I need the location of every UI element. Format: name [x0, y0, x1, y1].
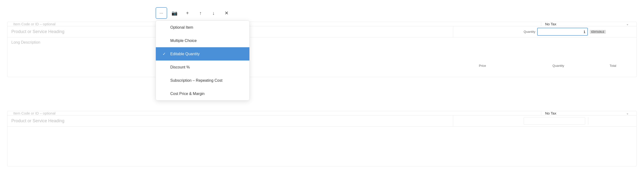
- qty-column-header: Quantity: [500, 64, 568, 68]
- move-up-button[interactable]: ↑: [195, 7, 206, 19]
- menu-item-editable-quantity[interactable]: ✓ Editable Quantity: [156, 47, 250, 60]
- row1-qty-input[interactable]: [537, 28, 588, 36]
- arrow-down-icon: ↓: [212, 10, 215, 16]
- row2-mid-bar: Product or Service Heading: [8, 116, 636, 126]
- row2-item-code[interactable]: Item Code or ID – optional: [11, 111, 541, 115]
- add-button[interactable]: +: [182, 7, 193, 19]
- dots-button[interactable]: ···: [156, 7, 167, 19]
- menu-item-optional-item[interactable]: ✓ Optional Item: [156, 21, 250, 34]
- menu-item-label: Multiple Choice: [170, 38, 196, 43]
- menu-item-label: Cost Price & Margin: [170, 92, 204, 96]
- row2-description[interactable]: [8, 126, 636, 132]
- price-column-header: Price: [433, 64, 500, 68]
- row1-item-code[interactable]: Item Code or ID – optional: [11, 22, 541, 26]
- menu-item-label: Subscription – Repeating Cost: [170, 78, 222, 83]
- image-icon: 📷: [172, 10, 178, 16]
- menu-item-cost-price[interactable]: ✓ Cost Price & Margin: [156, 87, 250, 100]
- plus-icon: +: [186, 10, 189, 16]
- image-button[interactable]: 📷: [168, 7, 180, 19]
- close-icon: ✕: [224, 10, 229, 16]
- row2-price-qty-total: [453, 116, 636, 126]
- page-container: ··· 📷 + ↑ ↓ ✕ ✓ Optional Item ✓ Multiple…: [0, 0, 644, 176]
- row1-price-qty-total: Quantity EDITABLE Total: [453, 26, 636, 37]
- total-column-header: Total: [568, 64, 616, 68]
- dropdown-menu: ✓ Optional Item ✓ Multiple Choice ✓ Edit…: [156, 20, 250, 100]
- row1-qty-label: Quantity: [524, 30, 535, 34]
- menu-item-label: Editable Quantity: [170, 52, 200, 56]
- row2-tax-dropdown[interactable]: No Tax ⌄: [541, 111, 633, 115]
- column-headers: Price Quantity Total: [433, 64, 616, 68]
- row2-top-bar: Item Code or ID – optional No Tax ⌄: [8, 111, 636, 116]
- close-button[interactable]: ✕: [221, 7, 232, 19]
- row1-total-label: Total: [592, 30, 600, 34]
- row1-total-cell: Total: [588, 30, 636, 34]
- menu-item-label: Optional Item: [170, 25, 193, 30]
- menu-item-discount[interactable]: ✓ Discount %: [156, 60, 250, 74]
- row1-tax-label: No Tax: [545, 22, 556, 26]
- dots-icon: ···: [160, 10, 163, 16]
- chevron-down-icon-2: ⌄: [626, 112, 629, 115]
- check-icon-editable: ✓: [162, 52, 168, 56]
- row2-qty-cell: [521, 117, 588, 125]
- row1-top-bar: Item Code or ID – optional No Tax ⌄: [8, 22, 636, 26]
- toolbar: ··· 📷 + ↑ ↓ ✕: [156, 7, 232, 19]
- chevron-down-icon: ⌄: [626, 22, 629, 26]
- menu-item-multiple-choice[interactable]: ✓ Multiple Choice: [156, 34, 250, 47]
- row-section-2: Item Code or ID – optional No Tax ⌄ Prod…: [7, 111, 637, 166]
- row2-tax-label: No Tax: [545, 111, 556, 115]
- menu-item-label: Discount %: [170, 65, 190, 70]
- row1-mid-bar: Product or Service Heading Quantity EDIT…: [8, 26, 636, 37]
- move-down-button[interactable]: ↓: [208, 7, 219, 19]
- row2-qty-input[interactable]: [524, 117, 585, 125]
- row-section-1: Item Code or ID – optional No Tax ⌄ Prod…: [7, 22, 637, 77]
- arrow-up-icon: ↑: [199, 10, 202, 16]
- row2-heading[interactable]: Product or Service Heading: [8, 116, 453, 126]
- row1-qty-cell: Quantity EDITABLE: [521, 28, 588, 36]
- menu-item-subscription[interactable]: ✓ Subscription – Repeating Cost: [156, 74, 250, 87]
- row1-description[interactable]: Long Description: [8, 37, 636, 48]
- row1-tax-dropdown[interactable]: No Tax ⌄: [541, 22, 633, 26]
